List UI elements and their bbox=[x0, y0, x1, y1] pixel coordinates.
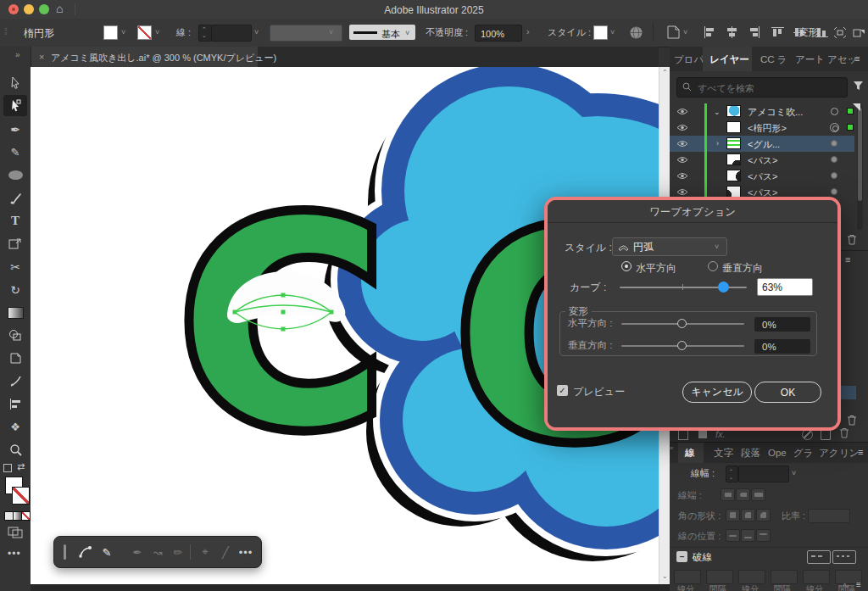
align-stroke-center-button[interactable] bbox=[726, 529, 740, 542]
layer-row[interactable]: <楕円形> bbox=[670, 120, 854, 136]
transform-button[interactable]: 変形 bbox=[798, 28, 818, 38]
visibility-eye-icon[interactable] bbox=[676, 172, 688, 180]
panel-footer-wave-icon[interactable]: ∿ bbox=[843, 582, 849, 589]
tab-stroke[interactable]: 線 bbox=[685, 449, 695, 459]
layer-thumbnail[interactable] bbox=[726, 105, 741, 117]
layer-thumbnail[interactable] bbox=[726, 186, 741, 198]
dash-field[interactable] bbox=[738, 570, 765, 584]
delete-layer-trash-icon[interactable] bbox=[847, 234, 857, 245]
gradient-tool[interactable] bbox=[3, 302, 27, 323]
controlbar-grip[interactable]: ⁞⁞ bbox=[4, 26, 6, 36]
layer-thumbnail[interactable] bbox=[726, 170, 741, 181]
edit-toolbar-ellipsis-icon[interactable]: ••• bbox=[8, 549, 21, 559]
tab-assets[interactable]: アセッ bbox=[827, 55, 857, 65]
fill-chevron-down-icon[interactable]: ˅ bbox=[121, 29, 125, 36]
layers-scroll-track[interactable] bbox=[857, 104, 863, 230]
layer-name[interactable]: <パス> bbox=[748, 172, 777, 181]
edit-path-icon[interactable] bbox=[77, 544, 94, 560]
more-options-ellipsis-icon[interactable]: ••• bbox=[237, 544, 254, 560]
tab-properties[interactable]: プロパ bbox=[674, 55, 704, 65]
paintbrush-tool[interactable] bbox=[3, 187, 27, 209]
layer-row[interactable]: <パス> bbox=[670, 152, 854, 168]
visibility-eye-icon[interactable] bbox=[676, 108, 688, 115]
cap-round-button[interactable] bbox=[736, 488, 750, 501]
layer-name[interactable]: <パス> bbox=[748, 156, 777, 165]
slice-tool[interactable] bbox=[3, 348, 27, 369]
bend-slider-handle[interactable] bbox=[718, 282, 729, 293]
panel-menu-icon[interactable]: ≡ bbox=[854, 54, 860, 64]
layer-thumbnail[interactable] bbox=[726, 153, 741, 165]
dash-field[interactable] bbox=[674, 570, 701, 584]
stroke-weight-chevron-icon[interactable]: ˅ bbox=[254, 29, 259, 36]
layer-row-selected[interactable]: › <グル... bbox=[670, 136, 854, 152]
brush-definition-dropdown[interactable]: 基本 ˅ bbox=[349, 25, 415, 40]
align-right-icon[interactable] bbox=[748, 26, 760, 38]
opacity-field[interactable]: 100% bbox=[475, 25, 522, 42]
cap-butt-button[interactable] bbox=[721, 488, 735, 501]
layer-row[interactable]: ⌄ アメコミ吹... bbox=[670, 103, 854, 120]
swap-fill-stroke-icon[interactable]: ⇄ bbox=[17, 462, 25, 471]
bend-value-field[interactable]: 63% bbox=[757, 278, 813, 296]
panel-footer-menu-icon[interactable]: ≡ bbox=[856, 581, 861, 589]
filter-funnel-icon[interactable] bbox=[853, 81, 864, 91]
scissors-tool[interactable]: ✂ bbox=[3, 256, 27, 277]
scroll-up-icon[interactable]: ⌃ bbox=[662, 69, 668, 76]
contextual-task-bar[interactable]: ✎ ✒ ↝ ✏ ⌖ ╱ ••• bbox=[53, 536, 262, 568]
layer-row[interactable]: <パス> bbox=[670, 168, 854, 184]
align-stroke-outside-button[interactable] bbox=[756, 529, 771, 542]
style-chevron-icon[interactable]: ˅ bbox=[610, 29, 615, 36]
ellipse-tool[interactable] bbox=[3, 164, 27, 186]
visibility-eye-icon[interactable] bbox=[676, 188, 688, 196]
layers-search-box[interactable] bbox=[676, 77, 848, 98]
target-dot[interactable] bbox=[831, 172, 837, 179]
zoom-tool[interactable] bbox=[3, 439, 27, 460]
align-top-icon[interactable] bbox=[771, 26, 784, 38]
tab-gradient[interactable]: グラ bbox=[793, 449, 814, 459]
target-circle[interactable] bbox=[831, 108, 838, 115]
draw-mode-icon[interactable] bbox=[8, 527, 23, 538]
pen-tool[interactable]: ✒ bbox=[3, 119, 27, 140]
rotate-view-tool[interactable]: ↻ bbox=[3, 279, 27, 300]
target-dot[interactable] bbox=[831, 156, 837, 163]
tab-actions[interactable]: アク bbox=[819, 449, 839, 459]
add-stroke-icon[interactable] bbox=[678, 430, 688, 440]
symbol-sprayer-tool[interactable]: ❖ bbox=[3, 416, 27, 438]
layers-scroll-thumb[interactable] bbox=[858, 108, 862, 201]
visibility-eye-icon[interactable] bbox=[676, 124, 688, 131]
delete-item-trash-icon[interactable] bbox=[839, 427, 849, 438]
vertical-radio[interactable] bbox=[708, 261, 718, 271]
dialog-titlebar[interactable]: ワープオプション bbox=[548, 200, 837, 223]
tab-paragraph[interactable]: 段落 bbox=[741, 449, 760, 459]
expand-chevron-icon[interactable]: ⌄ bbox=[714, 109, 721, 116]
tab-layers[interactable]: レイヤー bbox=[709, 55, 749, 65]
delete-appearance-trash-icon[interactable] bbox=[847, 415, 857, 426]
document-setup-icon[interactable] bbox=[666, 25, 682, 39]
letter-c[interactable]: C bbox=[180, 163, 385, 488]
collapsed-chevron-icon[interactable]: › bbox=[716, 140, 719, 148]
type-tool[interactable]: T bbox=[3, 210, 27, 231]
stroke-weight-stepper[interactable]: ⌃⌄ bbox=[198, 25, 212, 42]
align-dash-button[interactable] bbox=[832, 550, 856, 564]
collapse-panel-icon[interactable]: » bbox=[15, 50, 20, 59]
visibility-eye-icon[interactable] bbox=[676, 140, 688, 148]
add-fill-icon[interactable] bbox=[698, 430, 707, 438]
dashed-line-checkbox[interactable]: – bbox=[676, 551, 687, 562]
curvature-tool[interactable]: ✎ bbox=[3, 142, 27, 163]
miter-ratio-field[interactable] bbox=[808, 509, 850, 523]
stroke-proxy-swatch[interactable] bbox=[12, 487, 30, 505]
join-miter-button[interactable] bbox=[726, 509, 740, 521]
layer-name[interactable]: アメコミ吹... bbox=[748, 108, 803, 117]
graphic-style-swatch[interactable] bbox=[593, 25, 608, 40]
horizontal-radio-label[interactable]: 水平方向 bbox=[636, 263, 676, 273]
warp-options-dialog[interactable]: ワープオプション スタイル : 円弧 ˅ 水平方向 垂直方向 カーブ : 63%… bbox=[544, 197, 841, 431]
preview-label[interactable]: プレビュー bbox=[573, 387, 625, 397]
layer-thumbnail[interactable] bbox=[726, 137, 741, 149]
tab-artboards[interactable]: アート bbox=[795, 55, 825, 65]
stroke-chevron-down-icon[interactable]: ˅ bbox=[155, 29, 159, 36]
taskbar-grip[interactable] bbox=[64, 544, 66, 560]
scroll-down-icon[interactable]: ⌄ bbox=[662, 572, 668, 580]
target-dot[interactable] bbox=[831, 140, 837, 147]
align-horizontal-center-icon[interactable] bbox=[726, 26, 738, 38]
tab-character[interactable]: 文字 bbox=[714, 449, 733, 459]
target-dot[interactable] bbox=[831, 188, 837, 195]
